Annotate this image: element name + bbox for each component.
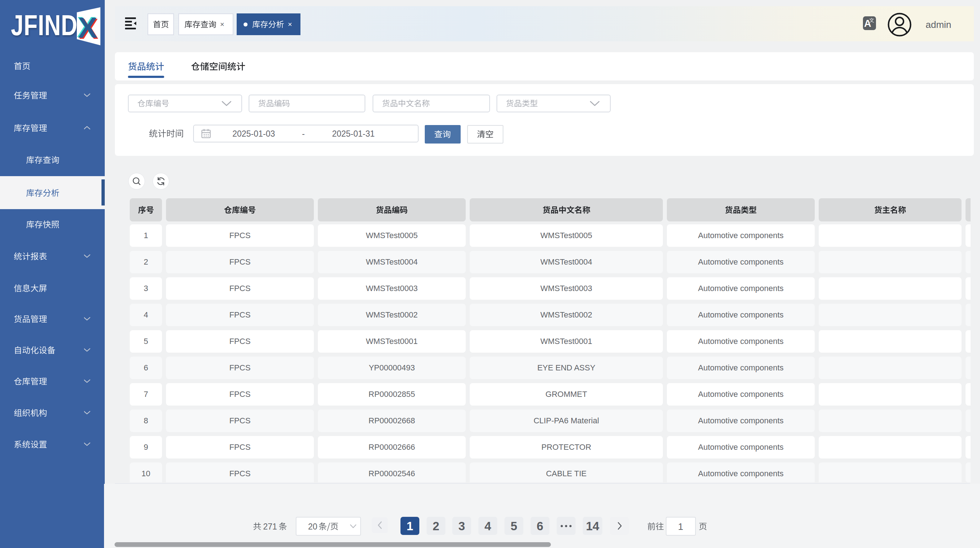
- svg-text:X: X: [78, 11, 97, 44]
